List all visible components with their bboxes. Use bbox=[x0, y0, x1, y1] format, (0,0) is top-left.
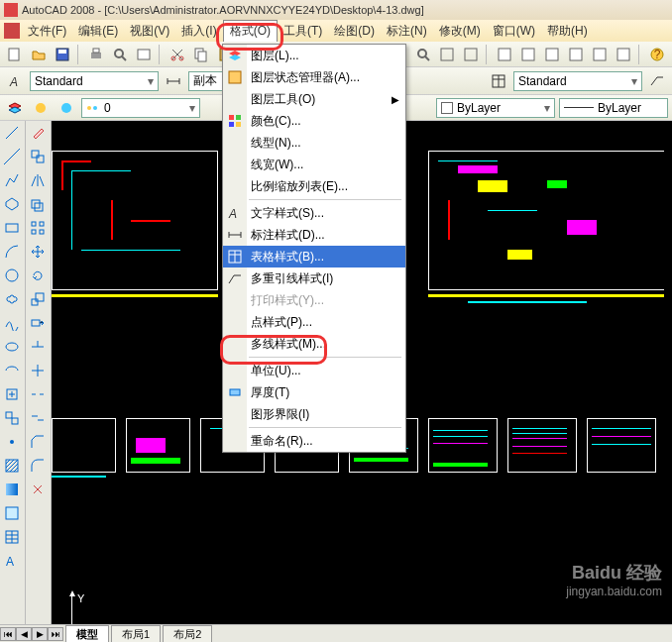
polygon-tool[interactable] bbox=[0, 192, 24, 216]
fillet-tool[interactable] bbox=[26, 454, 50, 478]
calc-button[interactable] bbox=[613, 44, 634, 65]
text-style-combo[interactable]: Standard ▾ bbox=[30, 71, 159, 91]
sheetset-button[interactable] bbox=[565, 44, 587, 65]
trim-tool[interactable] bbox=[26, 335, 50, 359]
text-style-button[interactable]: A bbox=[4, 70, 26, 92]
menu-item-text-style[interactable]: A 文字样式(S)... bbox=[223, 202, 405, 224]
layer-freeze-button[interactable] bbox=[56, 97, 77, 119]
mtext-tool[interactable]: A bbox=[0, 549, 24, 573]
ellipse-tool[interactable] bbox=[0, 335, 24, 359]
line-tool[interactable] bbox=[0, 121, 24, 145]
publish-button[interactable] bbox=[133, 44, 155, 65]
table-style-combo[interactable]: Standard ▾ bbox=[513, 71, 642, 91]
menu-item-units[interactable]: 单位(U)... bbox=[223, 360, 405, 381]
menu-item-rename[interactable]: 重命名(R)... bbox=[223, 430, 405, 452]
scale-tool[interactable] bbox=[26, 287, 50, 311]
copy-button[interactable] bbox=[190, 44, 212, 65]
tab-next-button[interactable]: ▶ bbox=[32, 627, 48, 641]
rectangle-tool[interactable] bbox=[0, 216, 24, 240]
zoom-prev-button[interactable] bbox=[460, 44, 482, 65]
menu-item-multileader-style[interactable]: 多重引线样式(I) bbox=[223, 268, 405, 289]
menu-item-dim-style[interactable]: 标注样式(D)... bbox=[223, 224, 405, 246]
designcenter-button[interactable] bbox=[517, 44, 539, 65]
pline-tool[interactable] bbox=[0, 168, 24, 192]
menu-item-layer-tools[interactable]: 图层工具(O) ▶ bbox=[223, 88, 405, 110]
menu-edit[interactable]: 编辑(E) bbox=[72, 21, 124, 42]
menu-item-color[interactable]: 颜色(C)... bbox=[223, 110, 405, 132]
menu-draw[interactable]: 绘图(D) bbox=[328, 21, 381, 42]
menu-window[interactable]: 窗口(W) bbox=[487, 21, 541, 42]
join-tool[interactable] bbox=[26, 406, 50, 430]
point-tool[interactable] bbox=[0, 430, 24, 454]
menu-item-scalelist[interactable]: 比例缩放列表(E)... bbox=[223, 175, 405, 197]
toolpalettes-button[interactable] bbox=[541, 44, 563, 65]
menu-item-layer-state[interactable]: 图层状态管理器(A)... bbox=[223, 66, 405, 88]
hatch-tool[interactable] bbox=[0, 454, 24, 478]
menu-help[interactable]: 帮助(H) bbox=[541, 21, 594, 42]
tab-layout1[interactable]: 布局1 bbox=[111, 625, 161, 643]
rotate-tool[interactable] bbox=[26, 264, 50, 287]
table-style-button[interactable] bbox=[488, 70, 509, 92]
spline-tool[interactable] bbox=[0, 311, 24, 335]
layer-properties-button[interactable] bbox=[4, 97, 26, 119]
menu-item-table-style[interactable]: 表格样式(B)... bbox=[223, 246, 405, 268]
layer-on-button[interactable] bbox=[30, 97, 52, 119]
move-tool[interactable] bbox=[26, 240, 50, 264]
multileader-button[interactable] bbox=[646, 70, 668, 92]
tab-first-button[interactable]: ⏮ bbox=[0, 627, 16, 641]
new-button[interactable] bbox=[4, 44, 26, 65]
menu-item-layer[interactable]: 图层(L)... bbox=[223, 45, 405, 66]
zoom-button[interactable] bbox=[412, 44, 434, 65]
zoom-window-button[interactable] bbox=[436, 44, 458, 65]
preview-button[interactable] bbox=[109, 44, 131, 65]
menu-format[interactable]: 格式(O) bbox=[223, 20, 278, 42]
ellipse-arc-tool[interactable] bbox=[0, 359, 24, 382]
menu-modify[interactable]: 修改(M) bbox=[433, 21, 487, 42]
properties-button[interactable] bbox=[494, 44, 515, 65]
menu-item-linetype[interactable]: 线型(N)... bbox=[223, 132, 405, 154]
break-tool[interactable] bbox=[26, 382, 50, 406]
save-button[interactable] bbox=[52, 44, 73, 65]
menu-dimension[interactable]: 标注(N) bbox=[381, 21, 433, 42]
help-button[interactable]: ? bbox=[646, 44, 668, 65]
menu-insert[interactable]: 插入(I) bbox=[175, 21, 222, 42]
menu-view[interactable]: 视图(V) bbox=[124, 21, 175, 42]
menu-item-thickness[interactable]: 厚度(T) bbox=[223, 381, 405, 403]
tab-prev-button[interactable]: ◀ bbox=[16, 627, 32, 641]
tab-layout2[interactable]: 布局2 bbox=[163, 625, 212, 643]
dim-style-button[interactable] bbox=[163, 70, 184, 92]
markup-button[interactable] bbox=[589, 44, 611, 65]
menu-tools[interactable]: 工具(T) bbox=[278, 21, 328, 42]
explode-tool[interactable] bbox=[26, 478, 50, 501]
revcloud-tool[interactable] bbox=[0, 287, 24, 311]
linetype-combo[interactable]: ByLayer bbox=[559, 98, 668, 118]
tab-last-button[interactable]: ⏭ bbox=[48, 627, 63, 641]
gradient-tool[interactable] bbox=[0, 478, 24, 501]
offset-tool[interactable] bbox=[26, 192, 50, 216]
menu-file[interactable]: 文件(F) bbox=[22, 21, 72, 42]
chamfer-tool[interactable] bbox=[26, 430, 50, 454]
erase-tool[interactable] bbox=[26, 121, 50, 145]
region-tool[interactable] bbox=[0, 501, 24, 525]
menu-item-point-style[interactable]: 点样式(P)... bbox=[223, 311, 405, 333]
block-tool[interactable] bbox=[0, 406, 24, 430]
print-button[interactable] bbox=[85, 44, 107, 65]
extend-tool[interactable] bbox=[26, 359, 50, 382]
mirror-tool[interactable] bbox=[26, 168, 50, 192]
arc-tool[interactable] bbox=[0, 240, 24, 264]
insert-tool[interactable] bbox=[0, 382, 24, 406]
tab-model[interactable]: 模型 bbox=[65, 625, 109, 643]
menu-item-lineweight[interactable]: 线宽(W)... bbox=[223, 154, 405, 175]
table-tool[interactable] bbox=[0, 525, 24, 549]
circle-tool[interactable] bbox=[0, 264, 24, 287]
copy-tool[interactable] bbox=[26, 145, 50, 168]
open-button[interactable] bbox=[28, 44, 50, 65]
stretch-tool[interactable] bbox=[26, 311, 50, 335]
xline-tool[interactable] bbox=[0, 145, 24, 168]
menu-item-limits[interactable]: 图形界限(I) bbox=[223, 403, 405, 425]
cut-button[interactable] bbox=[167, 44, 188, 65]
color-combo[interactable]: ByLayer ▾ bbox=[436, 98, 555, 118]
layer-combo[interactable]: 0 ▾ bbox=[81, 98, 200, 118]
array-tool[interactable] bbox=[26, 216, 50, 240]
menu-item-mline-style[interactable]: 多线样式(M)... bbox=[223, 333, 405, 355]
